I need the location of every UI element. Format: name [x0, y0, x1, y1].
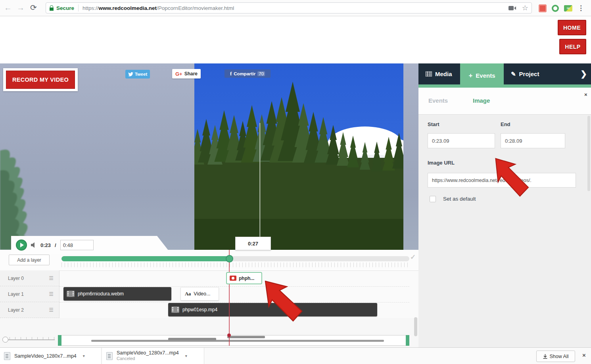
zoom-slider-track[interactable] — [4, 339, 55, 340]
back-icon[interactable]: ← — [4, 3, 12, 12]
browser-menu-icon[interactable]: ⋮ — [578, 4, 584, 12]
download-item-1[interactable]: SampleVideo_1280x7...mp4 ▾ — [0, 348, 102, 364]
clip-video1[interactable]: phpm6rniodura.webm — [63, 287, 171, 301]
download-status: Canceled — [117, 356, 179, 362]
playhead-marker[interactable] — [227, 333, 231, 337]
extension-icons: ✉ ⋮ — [539, 4, 584, 12]
film-icon — [171, 307, 179, 313]
download-filename: SampleVideo_1280x7...mp4 — [14, 353, 77, 359]
green-extension-icon[interactable] — [552, 5, 559, 12]
start-label: Start — [428, 121, 439, 127]
current-time: 0:23 — [40, 242, 51, 248]
scrubber-handle[interactable] — [226, 255, 233, 262]
subtab-image-active[interactable]: Image — [473, 97, 490, 104]
tweet-button[interactable]: Tweet — [125, 70, 150, 79]
forward-icon[interactable]: → — [17, 3, 25, 12]
layer1-header[interactable]: Layer 1 ☰ — [0, 286, 59, 302]
mail-extension-icon[interactable]: ✉ — [564, 5, 572, 11]
play-icon — [20, 243, 24, 247]
url-scheme: https:// — [83, 5, 99, 11]
bookmark-star-icon[interactable]: ☆ — [522, 4, 528, 12]
home-button[interactable]: HOME — [558, 20, 586, 35]
time-separator: / — [55, 242, 56, 248]
layer2-header[interactable]: Layer 2 ☰ — [0, 302, 59, 318]
transport-bar: 0:23 / — [11, 236, 171, 254]
download-icon — [543, 354, 547, 359]
layer0-drag-icon[interactable]: ☰ — [49, 277, 54, 279]
url-domain: www.redcoolmedia.net — [99, 5, 157, 11]
minimap-left-handle[interactable] — [58, 335, 61, 346]
gplus-icon: G+ — [175, 71, 182, 77]
minimap-right-handle[interactable] — [406, 335, 409, 346]
clip-image-label: phph... — [239, 276, 254, 281]
record-video-button[interactable]: RECORD MY VIDEO — [3, 68, 78, 91]
set-default-label: Set as default — [443, 196, 476, 202]
layer1-drag-icon[interactable]: ☰ — [49, 293, 54, 295]
address-bar[interactable]: Secure https://www.redcoolmedia.net/Popc… — [46, 2, 532, 13]
set-default-checkbox[interactable] — [430, 196, 436, 202]
play-button[interactable] — [16, 239, 27, 251]
camera-icon — [230, 276, 236, 281]
browser-toolbar: ← → ⟳ Secure https://www.redcoolmedia.ne… — [0, 0, 591, 16]
caret-down-icon[interactable]: ▾ — [83, 354, 85, 358]
add-layer-button[interactable]: Add a layer — [9, 255, 50, 265]
subtab-events[interactable]: Events — [428, 97, 448, 104]
download-filename: SampleVideo_1280x7...mp4 — [117, 350, 179, 356]
layer1-label: Layer 1 — [8, 291, 24, 297]
show-all-downloads-button[interactable]: Show All — [536, 351, 575, 362]
tab-media[interactable]: Media — [418, 63, 459, 84]
image-url-label: Image URL — [428, 160, 455, 166]
clip-video2-label: phpw01esp.mp4 — [182, 307, 217, 312]
active-tab-underline — [418, 84, 591, 88]
tab-media-label: Media — [435, 71, 452, 77]
playhead-line[interactable] — [229, 250, 230, 346]
forest-image — [194, 63, 403, 250]
panel-expand-icon[interactable]: ❯ — [580, 69, 587, 79]
panel-subtabs: Events Image × — [418, 88, 591, 115]
gplus-share-label: Share — [184, 71, 198, 77]
file-icon — [106, 352, 113, 360]
reload-icon[interactable]: ⟳ — [30, 3, 37, 12]
facebook-share-button[interactable]: f Compartir 70 — [225, 69, 271, 78]
video-preview[interactable]: RECORD MY VIDEO Tweet G+ Share f Compart… — [0, 63, 418, 250]
zoom-slider-handle[interactable] — [2, 337, 8, 343]
layer0-label: Layer 0 — [8, 276, 24, 281]
clip-text[interactable]: Aa Video... — [180, 287, 219, 301]
duration-input[interactable] — [60, 240, 94, 250]
omnibox-divider — [78, 4, 79, 11]
end-input[interactable] — [501, 133, 565, 148]
close-icon[interactable]: × — [584, 92, 587, 98]
help-button[interactable]: HELP — [559, 39, 586, 54]
cast-video-icon[interactable] — [508, 6, 516, 11]
red-extension-icon[interactable] — [539, 4, 547, 12]
facebook-icon: f — [230, 71, 232, 77]
tab-project[interactable]: ✎ Project — [504, 63, 546, 84]
layer0-header[interactable]: Layer 0 ☰ — [0, 270, 59, 286]
close-downloads-icon[interactable]: × — [582, 352, 586, 358]
tab-events-active[interactable]: + Events — [460, 63, 504, 88]
url-path: /PopcornEditor/moviemaker.html — [157, 5, 234, 11]
start-input[interactable] — [428, 133, 495, 148]
clip-image-selected[interactable]: phph... — [226, 272, 262, 284]
caret-down-icon[interactable]: ▾ — [185, 354, 187, 358]
secure-label: Secure — [56, 5, 74, 11]
facebook-share-label: Compartir — [234, 71, 255, 76]
clip-text-label: Video... — [194, 291, 210, 297]
volume-icon[interactable] — [31, 242, 36, 248]
clip-video1-label: phpm6rniodura.webm — [78, 291, 124, 297]
show-all-label: Show All — [550, 354, 569, 359]
download-item-2[interactable]: SampleVideo_1280x7...mp4 Canceled ▾ — [102, 348, 204, 364]
timeline-ticks — [61, 262, 409, 267]
panel-scrollbar[interactable] — [587, 116, 590, 191]
timeline-scrollbar[interactable] — [414, 317, 417, 336]
panel-tab-bar: Media + Events ✎ Project ❯ — [418, 63, 591, 84]
minimap-clip-bar — [168, 338, 216, 341]
gplus-share-button[interactable]: G+ Share — [172, 69, 201, 79]
layer2-drag-icon[interactable]: ☰ — [49, 309, 54, 311]
tab-project-label: Project — [519, 71, 539, 77]
minimap-clip-bar — [91, 340, 384, 342]
pencil-icon: ✎ — [511, 71, 516, 78]
file-icon — [4, 352, 10, 360]
padlock-icon — [49, 5, 54, 11]
tree-silhouette — [0, 147, 34, 250]
